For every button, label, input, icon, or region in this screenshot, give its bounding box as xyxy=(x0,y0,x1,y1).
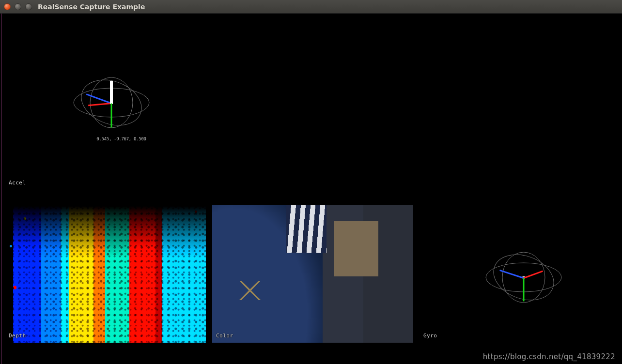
watermark: https://blog.csdn.net/qq_41839222 xyxy=(483,352,615,361)
window-controls xyxy=(4,3,32,10)
accel-readout: 0.545, -9.767, 0.500 xyxy=(96,136,146,141)
stream-accel: 0.545, -9.767, 0.500 Accel xyxy=(5,15,208,190)
maximize-icon[interactable] xyxy=(25,3,32,10)
stream-label-color: Color xyxy=(216,333,233,339)
title-bar: RealSense Capture Example xyxy=(0,0,622,14)
stream-depth: Depth xyxy=(5,205,206,343)
stream-label-accel: Accel xyxy=(9,180,26,186)
depth-image xyxy=(5,205,206,343)
gyro-gimbal-icon xyxy=(480,243,567,311)
close-icon[interactable] xyxy=(4,3,11,10)
stream-color: Color xyxy=(212,205,413,343)
stream-gyro: Gyro xyxy=(420,205,621,343)
accel-gimbal-icon: 0.545, -9.767, 0.500 xyxy=(68,69,155,136)
stream-label-depth: Depth xyxy=(9,333,26,339)
window-title: RealSense Capture Example xyxy=(38,3,145,11)
axis-y-icon xyxy=(523,278,525,302)
accel-vector-icon xyxy=(110,81,113,104)
app-viewport: 0.545, -9.767, 0.500 Accel Depth Color xyxy=(0,14,622,364)
stream-label-gyro: Gyro xyxy=(423,333,437,339)
axis-y-icon xyxy=(111,104,112,128)
color-image xyxy=(212,205,413,343)
minimize-icon[interactable] xyxy=(15,3,21,10)
